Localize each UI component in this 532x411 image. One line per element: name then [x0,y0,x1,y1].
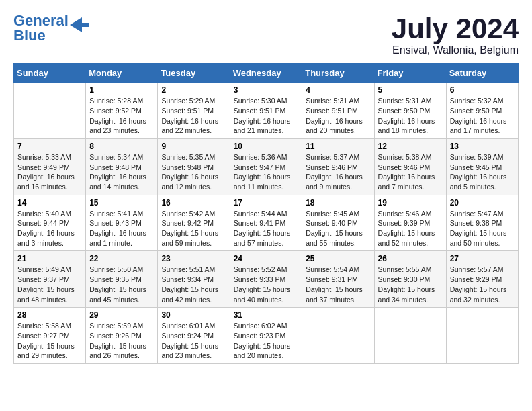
month-title: July 2024 [392,13,519,44]
calendar-cell: 18Sunrise: 5:45 AM Sunset: 9:40 PM Dayli… [302,195,374,251]
day-number: 25 [306,254,370,263]
title-block: July 2024 Ensival, Wallonia, Belgium [392,13,519,56]
calendar-cell: 27Sunrise: 5:57 AM Sunset: 9:29 PM Dayli… [446,251,518,308]
day-info: Sunrise: 5:31 AM Sunset: 9:50 PM Dayligh… [378,96,443,136]
day-info: Sunrise: 5:37 AM Sunset: 9:46 PM Dayligh… [306,152,370,192]
calendar-cell: 5Sunrise: 5:31 AM Sunset: 9:50 PM Daylig… [374,83,446,139]
day-info: Sunrise: 5:45 AM Sunset: 9:40 PM Dayligh… [306,209,370,248]
day-info: Sunrise: 5:29 AM Sunset: 9:51 PM Dayligh… [161,96,226,136]
day-number: 5 [378,85,443,95]
day-number: 27 [450,254,515,263]
day-number: 31 [234,310,299,320]
day-number: 7 [17,142,82,151]
location-subtitle: Ensival, Wallonia, Belgium [392,44,519,56]
day-info: Sunrise: 5:31 AM Sunset: 9:51 PM Dayligh… [306,96,370,136]
calendar-cell: 30Sunrise: 6:01 AM Sunset: 9:24 PM Dayli… [158,308,230,364]
calendar-header-row: SundayMondayTuesdayWednesdayThursdayFrid… [14,64,519,83]
day-header-saturday: Saturday [446,64,518,83]
svg-marker-0 [70,17,89,32]
day-info: Sunrise: 5:36 AM Sunset: 9:47 PM Dayligh… [234,152,299,192]
calendar-cell: 13Sunrise: 5:39 AM Sunset: 9:45 PM Dayli… [446,138,518,195]
day-number: 13 [450,142,515,151]
day-number: 21 [17,254,82,263]
day-info: Sunrise: 5:57 AM Sunset: 9:29 PM Dayligh… [450,265,515,304]
calendar-cell: 3Sunrise: 5:30 AM Sunset: 9:51 PM Daylig… [230,83,302,139]
calendar-week-row: 14Sunrise: 5:40 AM Sunset: 9:44 PM Dayli… [14,195,519,251]
day-number: 6 [450,85,515,95]
calendar-week-row: 28Sunrise: 5:58 AM Sunset: 9:27 PM Dayli… [14,308,519,364]
day-number: 16 [161,198,226,208]
calendar-cell [14,83,86,139]
day-info: Sunrise: 5:40 AM Sunset: 9:44 PM Dayligh… [17,209,82,248]
day-info: Sunrise: 5:55 AM Sunset: 9:30 PM Dayligh… [378,265,443,304]
day-header-wednesday: Wednesday [230,64,302,83]
calendar-cell: 20Sunrise: 5:47 AM Sunset: 9:38 PM Dayli… [446,195,518,251]
day-info: Sunrise: 5:30 AM Sunset: 9:51 PM Dayligh… [234,96,299,136]
day-header-monday: Monday [86,64,158,83]
day-info: Sunrise: 5:54 AM Sunset: 9:31 PM Dayligh… [306,265,370,304]
calendar-cell: 2Sunrise: 5:29 AM Sunset: 9:51 PM Daylig… [158,83,230,139]
day-number: 18 [306,198,370,208]
day-info: Sunrise: 5:51 AM Sunset: 9:34 PM Dayligh… [161,265,226,304]
logo-arrow-icon [70,17,89,32]
day-info: Sunrise: 5:41 AM Sunset: 9:43 PM Dayligh… [89,209,154,248]
calendar-week-row: 7Sunrise: 5:33 AM Sunset: 9:49 PM Daylig… [14,138,519,195]
day-number: 14 [17,198,82,208]
day-header-thursday: Thursday [302,64,374,83]
day-number: 22 [89,254,154,263]
calendar-cell: 7Sunrise: 5:33 AM Sunset: 9:49 PM Daylig… [14,138,86,195]
calendar-cell [302,308,374,364]
calendar-cell: 10Sunrise: 5:36 AM Sunset: 9:47 PM Dayli… [230,138,302,195]
day-info: Sunrise: 5:33 AM Sunset: 9:49 PM Dayligh… [17,152,82,192]
calendar-cell: 23Sunrise: 5:51 AM Sunset: 9:34 PM Dayli… [158,251,230,308]
logo-text: GeneralBlue [13,13,69,43]
calendar-cell: 24Sunrise: 5:52 AM Sunset: 9:33 PM Dayli… [230,251,302,308]
day-info: Sunrise: 5:44 AM Sunset: 9:41 PM Dayligh… [234,209,299,248]
day-info: Sunrise: 5:28 AM Sunset: 9:52 PM Dayligh… [89,96,154,136]
calendar-cell: 28Sunrise: 5:58 AM Sunset: 9:27 PM Dayli… [14,308,86,364]
day-number: 10 [234,142,299,151]
logo: GeneralBlue [13,13,89,43]
calendar-cell: 12Sunrise: 5:38 AM Sunset: 9:46 PM Dayli… [374,138,446,195]
day-number: 9 [161,142,226,151]
day-number: 3 [234,85,299,95]
calendar-cell: 6Sunrise: 5:32 AM Sunset: 9:50 PM Daylig… [446,83,518,139]
calendar-cell: 19Sunrise: 5:46 AM Sunset: 9:39 PM Dayli… [374,195,446,251]
calendar-cell: 26Sunrise: 5:55 AM Sunset: 9:30 PM Dayli… [374,251,446,308]
calendar-cell [446,308,518,364]
day-number: 20 [450,198,515,208]
day-info: Sunrise: 6:01 AM Sunset: 9:24 PM Dayligh… [161,321,226,361]
day-info: Sunrise: 5:59 AM Sunset: 9:26 PM Dayligh… [89,321,154,361]
day-info: Sunrise: 5:49 AM Sunset: 9:37 PM Dayligh… [17,265,82,304]
calendar-cell: 22Sunrise: 5:50 AM Sunset: 9:35 PM Dayli… [86,251,158,308]
day-info: Sunrise: 6:02 AM Sunset: 9:23 PM Dayligh… [234,321,299,361]
day-info: Sunrise: 5:35 AM Sunset: 9:48 PM Dayligh… [161,152,226,192]
calendar-table: SundayMondayTuesdayWednesdayThursdayFrid… [13,63,519,364]
day-number: 28 [17,310,82,320]
calendar-cell: 31Sunrise: 6:02 AM Sunset: 9:23 PM Dayli… [230,308,302,364]
day-number: 12 [378,142,443,151]
calendar-cell: 29Sunrise: 5:59 AM Sunset: 9:26 PM Dayli… [86,308,158,364]
calendar-cell: 25Sunrise: 5:54 AM Sunset: 9:31 PM Dayli… [302,251,374,308]
day-number: 24 [234,254,299,263]
calendar-cell: 1Sunrise: 5:28 AM Sunset: 9:52 PM Daylig… [86,83,158,139]
day-info: Sunrise: 5:58 AM Sunset: 9:27 PM Dayligh… [17,321,82,361]
calendar-week-row: 1Sunrise: 5:28 AM Sunset: 9:52 PM Daylig… [14,83,519,139]
calendar-cell [374,308,446,364]
calendar-cell: 11Sunrise: 5:37 AM Sunset: 9:46 PM Dayli… [302,138,374,195]
day-info: Sunrise: 5:32 AM Sunset: 9:50 PM Dayligh… [450,96,515,136]
day-number: 11 [306,142,370,151]
calendar-cell: 15Sunrise: 5:41 AM Sunset: 9:43 PM Dayli… [86,195,158,251]
day-info: Sunrise: 5:39 AM Sunset: 9:45 PM Dayligh… [450,152,515,192]
day-info: Sunrise: 5:38 AM Sunset: 9:46 PM Dayligh… [378,152,443,192]
calendar-week-row: 21Sunrise: 5:49 AM Sunset: 9:37 PM Dayli… [14,251,519,308]
calendar-cell: 17Sunrise: 5:44 AM Sunset: 9:41 PM Dayli… [230,195,302,251]
day-number: 1 [89,85,154,95]
page-header: GeneralBlue July 2024 Ensival, Wallonia,… [13,13,519,56]
day-info: Sunrise: 5:46 AM Sunset: 9:39 PM Dayligh… [378,209,443,248]
day-header-friday: Friday [374,64,446,83]
day-info: Sunrise: 5:34 AM Sunset: 9:48 PM Dayligh… [89,152,154,192]
day-number: 17 [234,198,299,208]
day-number: 19 [378,198,443,208]
day-number: 29 [89,310,154,320]
